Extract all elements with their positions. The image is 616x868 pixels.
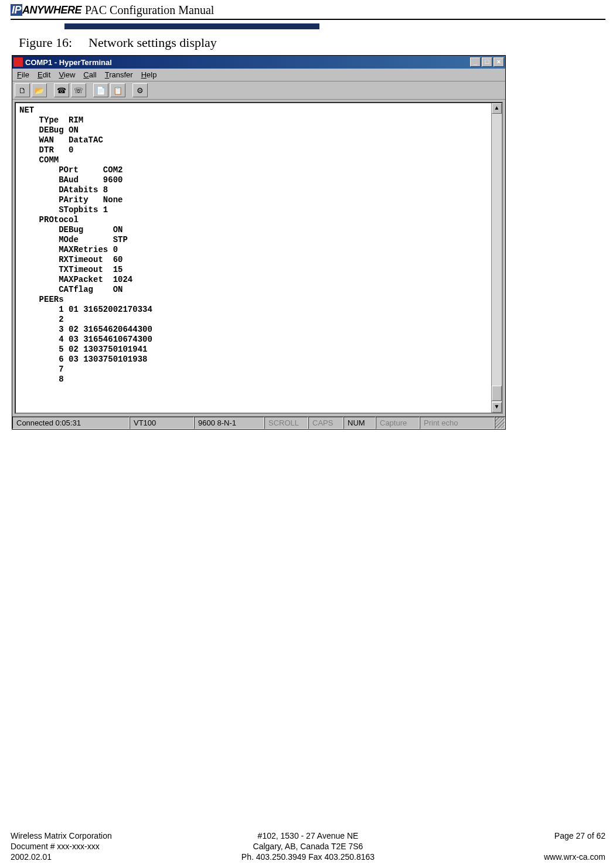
disconnect-icon[interactable]: ☏ xyxy=(71,83,86,97)
send-icon[interactable]: 📄 xyxy=(93,83,108,97)
terminal-output[interactable]: NET TYpe RIM DEBug ON WAN DataTAC DTR 0 … xyxy=(16,103,491,413)
vertical-scrollbar[interactable]: ▲ ▼ xyxy=(491,103,502,413)
status-caps: CAPS xyxy=(308,417,343,429)
status-printecho: Print echo xyxy=(420,417,495,429)
menubar: File Edit View Call Transfer Help xyxy=(12,69,505,81)
figure-caption: Figure 16:Network settings display xyxy=(19,35,605,50)
status-settings: 9600 8-N-1 xyxy=(194,417,264,429)
terminal-frame: NET TYpe RIM DEBug ON WAN DataTAC DTR 0 … xyxy=(15,102,503,414)
minimize-button[interactable]: _ xyxy=(470,57,481,67)
page-header: IPANYWHERE PAC Configuration Manual xyxy=(11,1,605,20)
scroll-up-icon[interactable]: ▲ xyxy=(492,103,502,114)
new-icon[interactable]: 🗋 xyxy=(15,83,30,97)
call-icon[interactable]: ☎ xyxy=(54,83,69,97)
page-footer: Wireless Matrix Corporation Document # x… xyxy=(11,830,605,862)
logo: IPANYWHERE xyxy=(11,4,81,16)
statusbar: Connected 0:05:31 VT100 9600 8-N-1 SCROL… xyxy=(12,416,505,429)
footer-address2: Calgary, AB, Canada T2E 7S6 xyxy=(209,841,407,852)
footer-company: Wireless Matrix Corporation xyxy=(11,830,209,841)
footer-date: 2002.02.01 xyxy=(11,852,209,862)
menu-view[interactable]: View xyxy=(59,70,75,79)
footer-document: Document # xxx-xxx-xxx xyxy=(11,841,209,852)
status-connected: Connected 0:05:31 xyxy=(12,417,130,429)
receive-icon[interactable]: 📋 xyxy=(110,83,125,97)
status-scroll: SCROLL xyxy=(264,417,308,429)
resize-grip-icon[interactable] xyxy=(495,417,505,429)
maximize-button[interactable]: □ xyxy=(482,57,492,67)
status-num: NUM xyxy=(343,417,376,429)
footer-phone: Ph. 403.250.3949 Fax 403.250.8163 xyxy=(209,852,407,862)
scroll-down-icon[interactable]: ▼ xyxy=(492,402,502,413)
accent-bar xyxy=(64,23,319,29)
menu-file[interactable]: File xyxy=(17,70,29,79)
toolbar: 🗋 📂 ☎ ☏ 📄 📋 ⚙ xyxy=(12,81,505,100)
status-capture: Capture xyxy=(376,417,420,429)
titlebar[interactable]: COMP1 - HyperTerminal _ □ × xyxy=(12,56,505,69)
figure-text: Network settings display xyxy=(89,35,217,50)
menu-help[interactable]: Help xyxy=(141,70,157,79)
hyperterminal-window: COMP1 - HyperTerminal _ □ × File Edit Vi… xyxy=(12,55,506,430)
footer-page: Page 27 of 62 xyxy=(407,830,605,841)
menu-edit[interactable]: Edit xyxy=(38,70,50,79)
scroll-thumb[interactable] xyxy=(492,386,502,401)
close-button[interactable]: × xyxy=(494,57,504,67)
logo-rest: ANYWHERE xyxy=(22,4,81,16)
header-title: PAC Configuration Manual xyxy=(85,4,214,17)
menu-transfer[interactable]: Transfer xyxy=(105,70,133,79)
figure-label: Figure 16: xyxy=(19,35,72,50)
status-emulation: VT100 xyxy=(130,417,194,429)
footer-address1: #102, 1530 - 27 Avenue NE xyxy=(209,830,407,841)
menu-call[interactable]: Call xyxy=(83,70,96,79)
footer-url: www.wrx-ca.com xyxy=(407,852,605,862)
window-title: COMP1 - HyperTerminal xyxy=(25,58,470,67)
logo-ip: IP xyxy=(11,4,22,16)
properties-icon[interactable]: ⚙ xyxy=(132,83,148,97)
open-icon[interactable]: 📂 xyxy=(32,83,47,97)
app-icon xyxy=(13,57,23,67)
